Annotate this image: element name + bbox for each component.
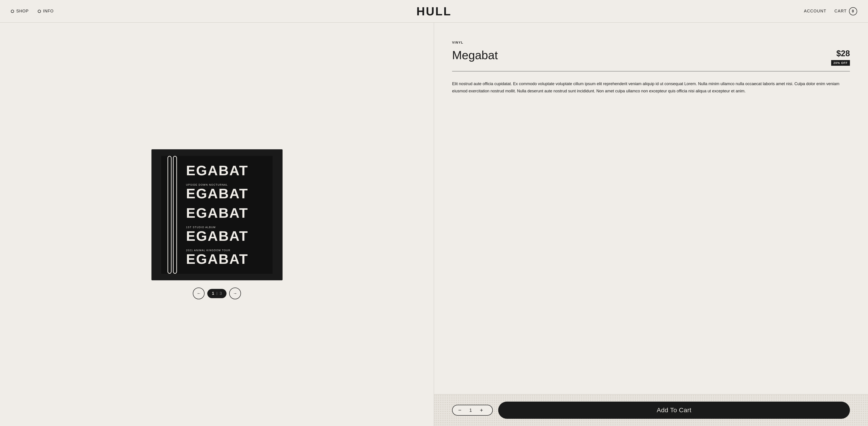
- account-link[interactable]: ACCOUNT: [804, 9, 826, 13]
- nav-info[interactable]: INFO: [38, 9, 54, 13]
- image-pagination: ← 1 | 3 →: [193, 288, 241, 299]
- product-price-area: $28 20% OFF: [831, 49, 850, 66]
- m-col-right: [173, 156, 177, 274]
- header-nav-right: ACCOUNT CART 0: [804, 7, 857, 15]
- cart-link[interactable]: CART 0: [835, 7, 857, 15]
- album-row-5: 2021 ANIMAL KINGDOM TOUR EGABAT: [186, 249, 248, 266]
- action-area: − 1 + Add To Cart: [434, 394, 868, 426]
- m-col-line-left: [167, 156, 172, 274]
- album-text-1: EGABAT: [186, 164, 248, 177]
- quantity-value: 1: [468, 408, 473, 413]
- cart-label: CART: [835, 9, 847, 13]
- nav-shop[interactable]: SHOP: [11, 9, 29, 13]
- product-detail-panel: VINYL Megabat $28 20% OFF Elit nostrud a…: [434, 23, 868, 426]
- main-content: EGABAT UPSIDE DOWN NOCTURNAL EGABAT EGAB…: [0, 23, 868, 426]
- album-text-area: EGABAT UPSIDE DOWN NOCTURNAL EGABAT EGAB…: [186, 161, 248, 268]
- pagination-next[interactable]: →: [229, 288, 241, 299]
- site-logo[interactable]: HULL: [416, 5, 452, 17]
- quantity-control: − 1 +: [452, 405, 493, 416]
- product-header: Megabat $28 20% OFF: [452, 49, 850, 66]
- album-inner: EGABAT UPSIDE DOWN NOCTURNAL EGABAT EGAB…: [161, 156, 273, 274]
- product-description: Elit nostrud aute officia cupidatat. Ex …: [452, 80, 850, 394]
- pagination-prev[interactable]: ←: [193, 288, 205, 299]
- m-col-left: [167, 156, 172, 274]
- header: SHOP INFO HULL ACCOUNT CART 0: [0, 0, 868, 23]
- shop-label: SHOP: [16, 9, 29, 13]
- quantity-plus-button[interactable]: +: [479, 407, 484, 413]
- album-text-3: EGABAT: [186, 206, 248, 220]
- page-divider: |: [216, 291, 217, 295]
- product-name: Megabat: [452, 49, 498, 62]
- album-row-2: UPSIDE DOWN NOCTURNAL EGABAT: [186, 183, 248, 201]
- quantity-minus-button[interactable]: −: [457, 407, 463, 413]
- album-text-5: EGABAT: [186, 252, 248, 266]
- info-label: INFO: [43, 9, 54, 13]
- product-category: VINYL: [452, 41, 850, 44]
- album-cover: EGABAT UPSIDE DOWN NOCTURNAL EGABAT EGAB…: [151, 149, 283, 280]
- m-col-line-right: [173, 156, 177, 274]
- current-page: 1: [212, 291, 214, 296]
- product-divider: [452, 71, 850, 71]
- add-to-cart-button[interactable]: Add To Cart: [498, 402, 850, 419]
- album-row-4: 1ST STUDIO ALBUM EGABAT: [186, 225, 248, 243]
- image-container: EGABAT UPSIDE DOWN NOCTURNAL EGABAT EGAB…: [151, 149, 283, 299]
- product-image: EGABAT UPSIDE DOWN NOCTURNAL EGABAT EGAB…: [151, 149, 283, 280]
- album-text-4: EGABAT: [186, 229, 248, 243]
- header-nav-left: SHOP INFO: [11, 9, 54, 13]
- discount-badge: 20% OFF: [831, 60, 850, 66]
- album-row-1: EGABAT: [186, 164, 248, 177]
- product-image-panel: EGABAT UPSIDE DOWN NOCTURNAL EGABAT EGAB…: [0, 23, 434, 426]
- cart-badge: 0: [849, 7, 857, 15]
- album-text-2: EGABAT: [186, 187, 248, 201]
- total-pages: 3: [220, 291, 222, 296]
- album-row-3: EGABAT: [186, 206, 248, 220]
- shop-nav-circle: [11, 10, 14, 13]
- info-nav-circle: [38, 10, 41, 13]
- pagination-indicator: 1 | 3: [207, 289, 226, 298]
- m-letter-columns: [167, 156, 177, 274]
- product-price: $28: [836, 49, 850, 58]
